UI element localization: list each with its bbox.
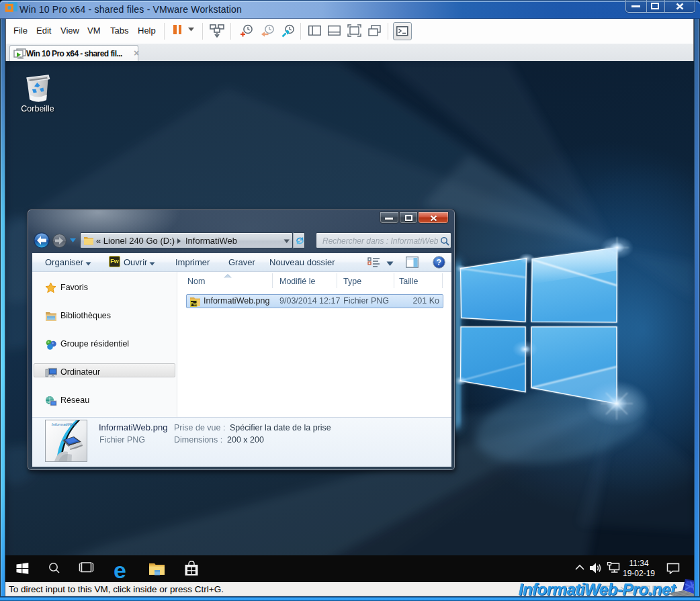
svg-text:Fw: Fw [191, 302, 198, 306]
svg-text:?: ? [437, 258, 441, 267]
svg-text:InformatiWeb: InformatiWeb [52, 422, 77, 426]
